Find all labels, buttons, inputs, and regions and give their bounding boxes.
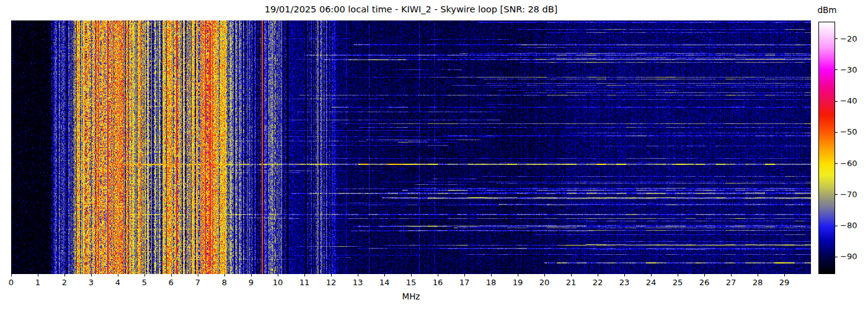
x-tick-label: 5 (136, 278, 153, 287)
x-tick-label: 21 (562, 278, 580, 287)
x-tick-mark (278, 274, 278, 277)
x-axis-label: MHz (11, 291, 811, 301)
colorbar-tick-mark (835, 132, 838, 133)
x-tick-label: 14 (376, 278, 393, 287)
x-tick-label: 6 (162, 278, 180, 287)
x-tick-label: 26 (696, 278, 713, 287)
spectrogram-heatmap (11, 20, 811, 274)
x-tick-mark (758, 274, 758, 277)
x-tick-mark (438, 274, 438, 277)
x-tick-label: 4 (109, 278, 126, 287)
x-tick-label: 28 (749, 278, 766, 287)
x-tick-mark (64, 274, 65, 277)
x-tick-label: 15 (402, 278, 420, 287)
x-tick-label: 25 (669, 278, 686, 287)
colorbar-tick-label: −70 (840, 190, 865, 200)
x-tick-mark (544, 274, 545, 277)
colorbar-tick-mark (835, 257, 838, 257)
x-tick-label: 27 (722, 278, 740, 287)
x-tick-label: 23 (616, 278, 633, 287)
colorbar-tick-label: −50 (840, 127, 865, 137)
x-tick-label: 3 (82, 278, 100, 287)
x-tick-mark (118, 274, 118, 277)
x-tick-mark (11, 274, 12, 277)
x-tick-label: 0 (2, 278, 20, 287)
x-tick-label: 1 (29, 278, 46, 287)
colorbar-tick-label: −60 (840, 159, 865, 169)
x-tick-mark (411, 274, 412, 277)
x-tick-mark (598, 274, 598, 277)
colorbar-tick-mark (835, 163, 838, 164)
colorbar-gradient (818, 22, 835, 274)
x-tick-label: 2 (56, 278, 73, 287)
x-tick-label: 13 (349, 278, 366, 287)
x-tick-label: 18 (482, 278, 500, 287)
colorbar-tick-label: −80 (840, 221, 865, 231)
colorbar-unit-label: dBm (813, 5, 841, 15)
colorbar-tick-label: −20 (840, 34, 865, 44)
x-tick-label: 8 (216, 278, 233, 287)
x-tick-mark (678, 274, 678, 277)
x-tick-label: 20 (536, 278, 553, 287)
x-tick-mark (38, 274, 38, 277)
x-tick-label: 12 (322, 278, 340, 287)
colorbar-tick-mark (835, 38, 838, 39)
x-tick-mark (384, 274, 385, 277)
colorbar-tick-mark (835, 101, 838, 102)
colorbar-tick-label: −90 (840, 252, 865, 262)
x-tick-mark (784, 274, 785, 277)
x-tick-mark (491, 274, 492, 277)
colorbar-tick-mark (835, 69, 838, 70)
x-tick-mark (224, 274, 225, 277)
x-tick-mark (518, 274, 518, 277)
x-tick-mark (358, 274, 358, 277)
x-tick-label: 29 (776, 278, 793, 287)
colorbar-tick-label: −40 (840, 96, 865, 106)
x-tick-mark (171, 274, 172, 277)
x-tick-label: 24 (642, 278, 660, 287)
x-tick-label: 11 (296, 278, 313, 287)
colorbar-tick-label: −30 (840, 65, 865, 75)
colorbar-tick-mark (835, 194, 838, 195)
spectrogram-figure: 19/01/2025 06:00 local time - KIWI_2 - S… (0, 0, 868, 310)
x-tick-label: 17 (456, 278, 473, 287)
x-tick-label: 7 (189, 278, 206, 287)
x-tick-mark (651, 274, 652, 277)
x-tick-mark (198, 274, 198, 277)
x-tick-mark (91, 274, 92, 277)
x-tick-label: 16 (429, 278, 446, 287)
x-tick-label: 22 (589, 278, 606, 287)
x-tick-mark (251, 274, 252, 277)
chart-title: 19/01/2025 06:00 local time - KIWI_2 - S… (11, 4, 811, 14)
x-tick-mark (331, 274, 332, 277)
x-tick-mark (624, 274, 625, 277)
x-tick-label: 9 (242, 278, 260, 287)
x-tick-mark (144, 274, 145, 277)
x-tick-mark (571, 274, 572, 277)
colorbar-tick-mark (835, 226, 838, 226)
x-tick-mark (704, 274, 705, 277)
x-tick-label: 19 (509, 278, 526, 287)
x-tick-mark (464, 274, 465, 277)
x-tick-mark (731, 274, 732, 277)
x-tick-label: 10 (269, 278, 286, 287)
x-tick-mark (304, 274, 305, 277)
